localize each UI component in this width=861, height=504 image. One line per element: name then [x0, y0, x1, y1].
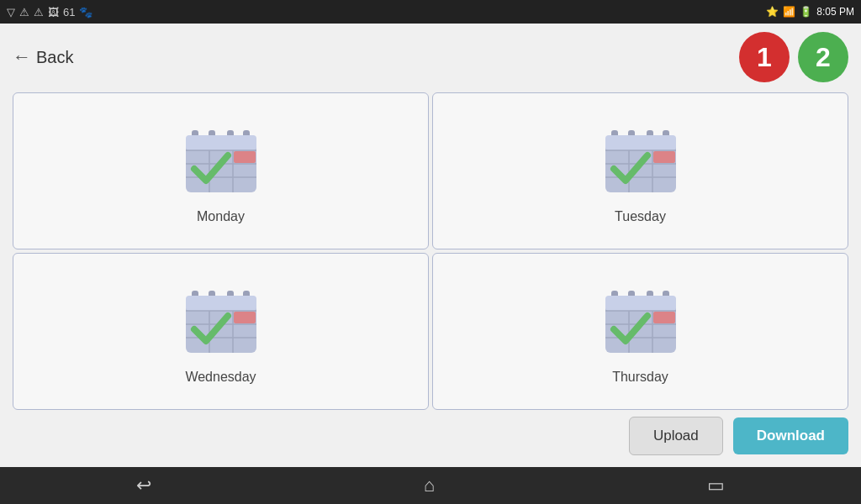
nav-recent-icon[interactable]: ▭ — [707, 475, 725, 496]
header-badges: 1 2 — [739, 32, 848, 82]
status-bar: ▽ ⚠ ⚠ 🖼 61 🐾 ⭐ 📶 🔋 8:05 PM — [0, 0, 861, 24]
notification-icon-1: ▽ — [7, 6, 15, 18]
status-bar-right: ⭐ 📶 🔋 8:05 PM — [766, 6, 854, 18]
warning-icon-2: ⚠ — [34, 6, 44, 18]
back-label: Back — [36, 48, 73, 67]
status-bar-left: ▽ ⚠ ⚠ 🖼 61 🐾 — [7, 6, 92, 18]
day-cell-wednesday[interactable]: Wednesday — [13, 253, 429, 410]
svg-rect-17 — [605, 135, 676, 150]
nav-home-icon[interactable]: ⌂ — [424, 475, 435, 496]
day-cell-thursday[interactable]: Thursday — [432, 253, 848, 410]
warning-icon-1: ⚠ — [19, 6, 29, 18]
svg-rect-23 — [653, 151, 675, 163]
time-display: 8:05 PM — [816, 6, 854, 18]
day-cell-monday[interactable]: Monday — [13, 92, 429, 249]
calendar-icon-wednesday — [179, 279, 263, 363]
upload-button[interactable]: Upload — [629, 417, 723, 455]
back-button[interactable]: ← Back — [13, 46, 73, 68]
day-label-tuesday: Tuesday — [615, 209, 666, 224]
day-cell-tuesday[interactable]: Tuesday — [432, 92, 848, 249]
main-content: ← Back 1 2 — [0, 24, 861, 467]
calendar-icon-thursday — [599, 279, 683, 363]
download-button[interactable]: Download — [733, 417, 848, 454]
back-arrow-icon: ← — [13, 46, 31, 68]
svg-rect-11 — [234, 151, 256, 163]
svg-rect-47 — [653, 312, 675, 323]
calendar-grid: Monday Tuesday — [13, 92, 848, 410]
day-label-thursday: Thursday — [612, 370, 668, 385]
svg-rect-35 — [234, 312, 256, 323]
badge-1[interactable]: 1 — [739, 32, 790, 82]
svg-rect-29 — [186, 296, 256, 311]
header: ← Back 1 2 — [13, 32, 848, 82]
battery-icon: 🔋 — [800, 6, 812, 18]
nav-back-icon[interactable]: ↩ — [136, 475, 151, 496]
day-label-wednesday: Wednesday — [185, 370, 256, 385]
svg-rect-5 — [186, 135, 256, 150]
bluetooth-icon: ⭐ — [766, 6, 779, 18]
calendar-icon-monday — [179, 118, 263, 202]
calendar-icon-tuesday — [599, 118, 683, 202]
badge-2[interactable]: 2 — [798, 32, 848, 82]
bottom-buttons: Upload Download — [13, 410, 848, 459]
nav-bar: ↩ ⌂ ▭ — [0, 467, 861, 504]
svg-rect-41 — [605, 296, 676, 311]
day-label-monday: Monday — [197, 209, 245, 224]
image-icon: 🖼 — [48, 6, 59, 18]
misc-icon: 🐾 — [79, 6, 92, 18]
number-badge: 61 — [63, 6, 75, 18]
wifi-icon: 📶 — [783, 6, 795, 18]
